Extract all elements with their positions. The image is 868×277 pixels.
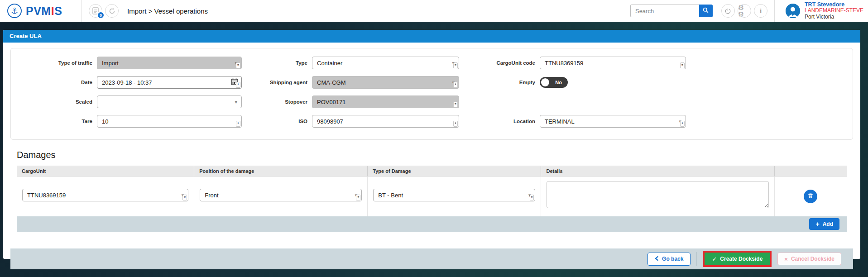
divider — [774, 0, 775, 22]
required-mark: * — [453, 101, 458, 107]
shipping-agent-select[interactable]: CMA-CGM ▾ * — [312, 76, 459, 89]
toggle-state: No — [555, 80, 562, 85]
type-select[interactable]: Container ▾ * — [312, 57, 459, 69]
damages-table-header: CargoUnit Position of the damage Type of… — [17, 166, 847, 177]
annotation-highlight: ✓ Create Dockside — [703, 251, 772, 267]
user-block[interactable]: TRT Stevedore LANDEMARINE-STEVE Port Vic… — [786, 2, 863, 20]
add-bar: + Add — [17, 216, 847, 232]
damages-table: CargoUnit Position of the damage Type of… — [17, 166, 847, 232]
col-header-details: Details — [541, 166, 774, 176]
modal-footer: Go back ✓ Create Dockside × Cancel Docks… — [10, 248, 853, 269]
search-button[interactable] — [699, 5, 713, 17]
add-damage-button[interactable]: + Add — [809, 218, 839, 230]
delete-damage-button[interactable] — [804, 190, 817, 203]
required-mark: * — [236, 82, 240, 88]
required-mark: * — [530, 195, 534, 201]
col-header-actions — [775, 166, 847, 176]
required-mark: * — [182, 195, 187, 201]
user-company: TRT Stevedore — [805, 2, 863, 8]
ula-form: Type of traffic Import ▾ * Type Containe… — [10, 48, 853, 140]
sealed-select[interactable]: ▾ — [97, 96, 242, 108]
col-header-cargounit: CargoUnit — [17, 166, 194, 176]
col-header-type: Type of Damage — [368, 166, 541, 176]
anchor-icon: ⚓ — [7, 4, 22, 18]
required-mark: * — [236, 62, 240, 68]
app-header: ⚓ PVMIS 0 Import > Vessel operations ⚙ ⚙… — [0, 0, 868, 22]
settings-button[interactable]: ⚙ ⚙︎ — [738, 4, 751, 18]
damage-cargounit-select[interactable]: TTNU8369159 ▾ * — [22, 189, 188, 201]
required-mark: * — [453, 121, 458, 127]
go-back-button[interactable]: Go back — [647, 253, 691, 266]
cargounit-code-label: CargoUnit code — [482, 60, 535, 66]
info-button[interactable]: i — [754, 4, 767, 18]
location-select[interactable]: TERMINAL ▾ * — [540, 115, 686, 128]
search-bar — [630, 5, 713, 17]
stopover-input[interactable]: POV00171 * — [312, 96, 459, 108]
tare-input[interactable]: 10 * — [97, 115, 242, 128]
required-mark: * — [236, 121, 240, 127]
iso-label: ISO — [246, 119, 307, 124]
check-icon: ✓ — [712, 257, 717, 262]
search-icon — [702, 7, 709, 15]
tare-label: Tare — [11, 119, 92, 124]
required-mark: * — [453, 62, 458, 68]
shipping-agent-label: Shipping agent — [246, 80, 307, 85]
gear-icon: ⚙ ⚙︎ — [738, 4, 751, 18]
divider — [696, 252, 697, 266]
location-label: Location — [482, 119, 535, 124]
damage-position-select[interactable]: Front ▾ * — [200, 189, 362, 201]
user-port: Port Victoria — [805, 14, 863, 20]
damage-row: TTNU8369159 ▾ * Front ▾ * BT - Bent — [17, 177, 847, 216]
tasks-button[interactable]: 0 — [89, 4, 102, 18]
damage-type-select[interactable]: BT - Bent ▾ * — [373, 189, 535, 201]
info-icon: i — [760, 7, 762, 15]
x-icon: × — [784, 257, 788, 262]
power-icon — [724, 8, 731, 14]
refresh-icon — [109, 8, 115, 14]
required-mark: * — [453, 82, 458, 88]
chevron-down-icon: ▾ — [235, 99, 237, 105]
create-dockside-button[interactable]: ✓ Create Dockside — [705, 253, 770, 265]
type-of-traffic-select[interactable]: Import ▾ * — [97, 57, 242, 69]
stopover-label: Stopover — [246, 99, 307, 105]
user-name: LANDEMARINE-STEVE — [805, 8, 863, 14]
create-ula-modal: Create ULA Type of traffic Import ▾ * Ty… — [3, 30, 860, 259]
chevron-left-icon — [655, 256, 659, 263]
search-input[interactable] — [630, 5, 699, 17]
trash-icon — [807, 192, 814, 201]
required-mark: * — [356, 195, 360, 201]
damage-details-textarea[interactable] — [547, 181, 768, 208]
avatar — [786, 4, 800, 18]
type-of-traffic-label: Type of traffic — [11, 60, 92, 66]
toggle-knob — [541, 78, 549, 86]
pvmis-logo-text: PVMIS — [26, 5, 62, 18]
col-header-position: Position of the damage — [194, 166, 368, 176]
logout-button[interactable] — [721, 4, 735, 18]
required-mark: * — [680, 62, 685, 68]
required-mark: * — [680, 121, 685, 127]
damages-heading: Damages — [17, 150, 847, 160]
sealed-label: Sealed — [11, 99, 92, 105]
type-label: Type — [246, 60, 307, 66]
empty-toggle[interactable]: No — [540, 77, 568, 88]
badge-count: 0 — [97, 11, 105, 19]
empty-cell — [482, 96, 853, 108]
plus-icon: + — [815, 222, 819, 226]
date-input[interactable]: 2023-09-18 - 10:37 * — [97, 76, 242, 89]
date-label: Date — [11, 80, 92, 85]
iso-input[interactable]: 98098907 * — [312, 115, 459, 128]
modal-title: Create ULA — [3, 30, 860, 43]
breadcrumb: Import > Vessel operations — [127, 7, 208, 15]
cancel-dockside-button[interactable]: × Cancel Dockside — [777, 253, 841, 265]
pvmis-logo: ⚓ PVMIS — [7, 4, 80, 18]
empty-label: Empty — [482, 80, 535, 85]
divider — [82, 0, 82, 22]
refresh-button[interactable] — [105, 4, 119, 18]
cargounit-code-input[interactable]: TTNU8369159 * — [540, 57, 686, 69]
